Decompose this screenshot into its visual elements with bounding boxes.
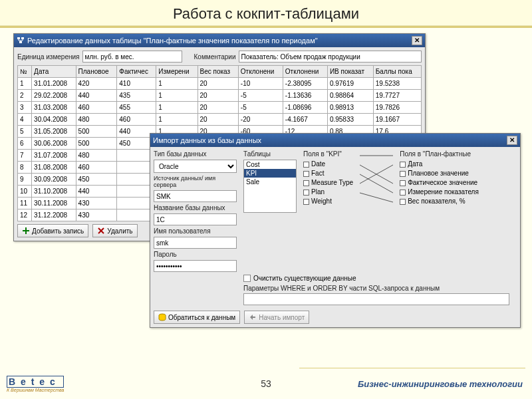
cell[interactable]: 1 — [156, 90, 198, 102]
cell[interactable]: 480 — [76, 114, 117, 126]
db-type-select[interactable]: Oracle — [154, 160, 237, 173]
cell[interactable]: 19.7826 — [373, 102, 421, 114]
field-item[interactable]: Weight — [303, 197, 353, 206]
cell[interactable]: 31.05.2008 — [32, 126, 76, 138]
cell[interactable]: 20 — [198, 78, 238, 90]
field-item[interactable]: Вес показателя, % — [400, 197, 479, 206]
field-item[interactable]: Fact — [303, 169, 353, 178]
clear-checkbox[interactable] — [243, 275, 251, 282]
cell[interactable]: 12 — [18, 209, 32, 221]
cell[interactable]: 0.97619 — [327, 78, 373, 90]
field-item[interactable]: Дата — [400, 160, 479, 169]
cell[interactable]: 460 — [76, 102, 117, 114]
field-checkbox[interactable] — [400, 180, 406, 186]
add-record-button[interactable]: Добавить запись — [17, 224, 88, 237]
cell[interactable]: 430 — [76, 198, 117, 209]
field-checkbox[interactable] — [303, 180, 309, 186]
close-button[interactable]: ✕ — [412, 36, 422, 45]
cell[interactable]: -1.08696 — [283, 102, 327, 114]
cell[interactable]: 8 — [18, 162, 32, 174]
cell[interactable]: 4 — [18, 114, 32, 126]
connect-button[interactable]: Обратиться к данным — [154, 311, 240, 324]
cell[interactable]: 430 — [76, 209, 117, 221]
list-item[interactable]: Sale — [244, 178, 296, 186]
column-header[interactable]: Баллы пока — [373, 66, 421, 78]
cell[interactable]: 7 — [18, 150, 32, 162]
cell[interactable]: 1 — [156, 102, 198, 114]
cell[interactable]: 20 — [198, 102, 238, 114]
field-checkbox[interactable] — [303, 171, 309, 177]
column-header[interactable]: Фактичес — [117, 66, 156, 78]
cell[interactable]: 31.07.2008 — [32, 150, 76, 162]
field-item[interactable]: Date — [303, 160, 353, 169]
column-header[interactable]: Отклонени — [238, 66, 283, 78]
cell[interactable]: -4.1667 — [283, 114, 327, 126]
column-header[interactable]: Плановое — [76, 66, 117, 78]
field-checkbox[interactable] — [400, 199, 406, 205]
cell[interactable]: 3 — [18, 102, 32, 114]
cell[interactable]: 0.98864 — [327, 90, 373, 102]
user-input[interactable] — [154, 237, 237, 249]
cell[interactable]: -5 — [238, 90, 283, 102]
comment-input[interactable] — [239, 51, 422, 63]
kpi-fields-list[interactable]: DateFactMeasure TypePlanWeight — [303, 160, 353, 206]
cell[interactable]: 440 — [76, 186, 117, 198]
field-item[interactable]: Plan — [303, 188, 353, 197]
cell[interactable]: 31.03.2008 — [32, 102, 76, 114]
cell[interactable]: 20 — [198, 114, 238, 126]
field-item[interactable]: Плановое значение — [400, 169, 479, 178]
column-header[interactable]: Измерени — [156, 66, 198, 78]
cell[interactable]: -20 — [238, 114, 283, 126]
cell[interactable]: 1 — [18, 78, 32, 90]
cell[interactable]: 410 — [117, 78, 156, 90]
cell[interactable]: 1 — [156, 114, 198, 126]
cell[interactable]: 11 — [18, 198, 32, 209]
tables-listbox[interactable]: CostKPISale — [243, 160, 297, 213]
close-button[interactable]: ✕ — [507, 136, 517, 145]
cell[interactable]: 460 — [117, 114, 156, 126]
column-header[interactable]: Отклонени — [283, 66, 327, 78]
cell[interactable]: -1.13636 — [283, 90, 327, 102]
cell[interactable]: 0.95833 — [327, 114, 373, 126]
delete-record-button[interactable]: Удалить — [92, 224, 137, 237]
cell[interactable]: 31.01.2008 — [32, 78, 76, 90]
cell[interactable]: 30.04.2008 — [32, 114, 76, 126]
cell[interactable]: 500 — [76, 138, 117, 150]
table-row[interactable]: 131.01.2008420410120-10-2.380950.9761919… — [18, 78, 422, 90]
pass-input[interactable] — [154, 260, 237, 272]
table-row[interactable]: 430.04.2008480460120-20-4.16670.9583319.… — [18, 114, 422, 126]
list-item[interactable]: Cost — [244, 160, 296, 169]
column-header[interactable]: Дата — [32, 66, 76, 78]
cell[interactable]: 460 — [76, 162, 117, 174]
cell[interactable]: -10 — [238, 78, 283, 90]
cell[interactable]: 480 — [76, 150, 117, 162]
cell[interactable]: 1 — [156, 78, 198, 90]
cell[interactable]: 31.12.2008 — [32, 209, 76, 221]
win2-titlebar[interactable]: Импорт данных из базы данных ✕ — [150, 134, 520, 147]
cell[interactable]: 455 — [117, 102, 156, 114]
cell[interactable]: -5 — [238, 102, 283, 114]
cell[interactable]: 5 — [18, 126, 32, 138]
win1-titlebar[interactable]: Редактирование данных таблицы "План-факт… — [14, 34, 425, 47]
field-checkbox[interactable] — [303, 162, 309, 168]
field-checkbox[interactable] — [400, 171, 406, 177]
cell[interactable]: 20 — [198, 90, 238, 102]
table-row[interactable]: 229.02.2008440435120-5-1.136360.9886419.… — [18, 90, 422, 102]
cell[interactable]: 6 — [18, 138, 32, 150]
field-checkbox[interactable] — [303, 199, 309, 205]
field-checkbox[interactable] — [303, 190, 309, 196]
start-import-button[interactable]: Начать импорт — [244, 311, 309, 324]
cell[interactable]: 30.06.2008 — [32, 138, 76, 150]
cell[interactable]: 450 — [76, 174, 117, 186]
field-item[interactable]: Измерение показателя — [400, 188, 479, 197]
cell[interactable]: 10 — [18, 186, 32, 198]
plan-fields-list[interactable]: ДатаПлановое значениеФактическое значени… — [400, 160, 479, 206]
cell[interactable]: 19.7727 — [373, 90, 421, 102]
field-item[interactable]: Measure Type — [303, 178, 353, 188]
cell[interactable]: 9 — [18, 174, 32, 186]
where-input[interactable] — [243, 293, 509, 305]
list-item[interactable]: KPI — [244, 169, 296, 178]
cell[interactable]: 440 — [76, 90, 117, 102]
cell[interactable]: 19.1667 — [373, 114, 421, 126]
field-item[interactable]: Фактическое значение — [400, 178, 479, 188]
